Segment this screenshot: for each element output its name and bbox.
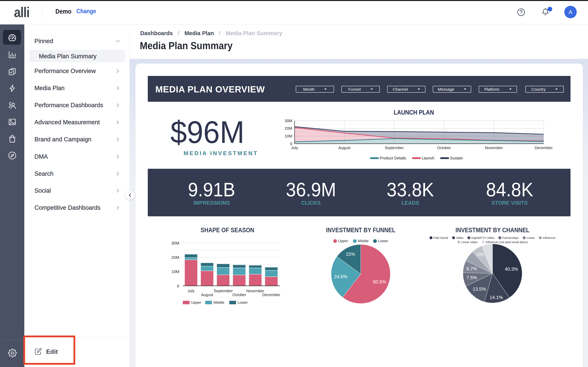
svg-text:Upper: Upper [191,300,201,304]
svg-text:0: 0 [290,142,292,146]
svg-text:November: November [246,289,264,293]
svg-text:October: October [232,293,246,297]
svg-text:0: 0 [177,284,179,288]
svg-text:September: September [214,289,233,293]
svg-text:August: August [201,293,213,297]
svg-text:10M: 10M [285,134,292,138]
svg-text:December: December [535,146,553,150]
svg-text:20M: 20M [285,126,292,131]
svg-text:November: November [485,146,503,150]
svg-text:July: July [188,289,195,293]
svg-text:Middle: Middle [214,300,225,304]
svg-text:20M: 20M [171,255,179,260]
svg-text:August: August [338,146,351,150]
svg-text:30M: 30M [285,119,292,123]
svg-text:July: July [291,146,298,150]
svg-text:Lower: Lower [238,300,248,304]
svg-text:10M: 10M [171,269,179,274]
svg-text:October: October [437,146,451,150]
svg-text:September: September [385,146,404,150]
svg-text:30M: 30M [171,241,179,245]
svg-text:December: December [262,293,280,297]
